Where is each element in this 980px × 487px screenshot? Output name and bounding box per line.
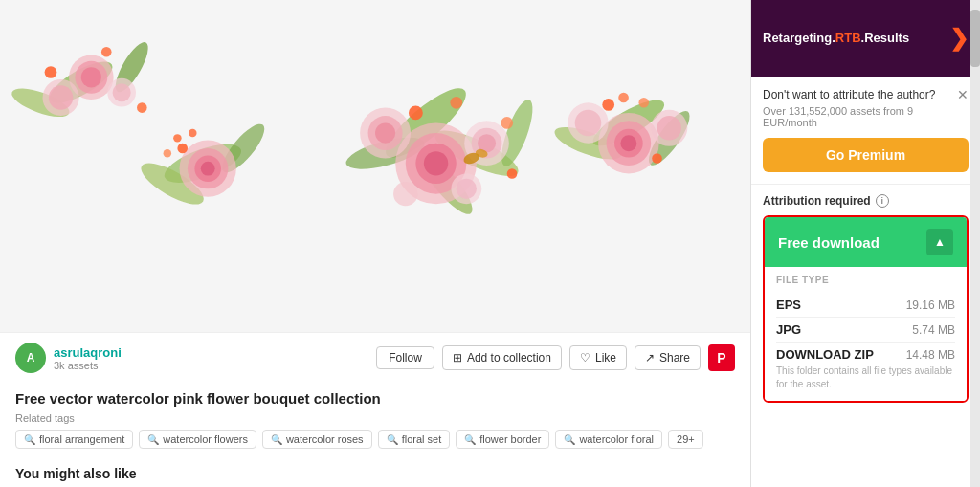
svg-point-22: [173, 134, 181, 142]
author-bar: A asrulaqroni 3k assets Follow ⊞ Add to …: [0, 332, 750, 383]
ad-banner[interactable]: Retargeting.RTB.Results ❯: [751, 0, 980, 77]
zip-name: DOWNLOAD ZIP: [776, 347, 874, 362]
zip-description: This folder contains all file types avai…: [776, 365, 955, 391]
svg-point-36: [375, 122, 395, 143]
svg-point-41: [457, 179, 477, 199]
search-icon: 🔍: [464, 434, 476, 445]
download-zip-label: DOWNLOAD ZIP 14.48 MB: [776, 347, 955, 362]
flower-svg: [0, 0, 750, 332]
content-info: Free vector watercolor pink flower bouqu…: [0, 383, 750, 462]
tag-floral-set[interactable]: 🔍 floral set: [378, 430, 451, 449]
content-title: Free vector watercolor pink flower bouqu…: [15, 390, 735, 407]
free-download-button[interactable]: Free download ▲: [765, 217, 967, 267]
search-icon: 🔍: [564, 434, 575, 445]
svg-point-42: [393, 182, 417, 206]
search-icon: 🔍: [387, 434, 398, 445]
zip-size: 14.48 MB: [906, 348, 955, 362]
main-content: A asrulaqroni 3k assets Follow ⊞ Add to …: [0, 0, 750, 487]
author-info: asrulaqroni 3k assets: [54, 345, 368, 371]
avatar: A: [15, 343, 46, 373]
scrollbar-thumb[interactable]: [970, 10, 980, 67]
file-name-eps: EPS: [776, 298, 801, 312]
download-section: Free download ▲ FILE TYPE EPS 19.16 MB J…: [763, 215, 969, 403]
tag-floral-arrangement[interactable]: 🔍 floral arrangement: [15, 430, 133, 449]
premium-title: Don't want to attribute the author?: [763, 88, 935, 101]
svg-point-11: [45, 66, 57, 78]
tag-watercolor-floral[interactable]: 🔍 watercolor floral: [555, 430, 662, 449]
attribution-label: Attribution required i: [763, 194, 969, 208]
share-icon: ↗: [645, 351, 655, 365]
author-assets: 3k assets: [54, 360, 368, 371]
tag-watercolor-roses[interactable]: 🔍 watercolor roses: [262, 430, 372, 449]
flower-canvas: [0, 0, 750, 332]
svg-point-13: [101, 47, 112, 57]
svg-point-61: [618, 93, 629, 103]
add-to-collection-button[interactable]: ⊞ Add to collection: [442, 345, 562, 370]
heart-icon: ♡: [580, 351, 590, 365]
search-icon: 🔍: [271, 434, 282, 445]
svg-point-33: [424, 151, 448, 175]
like-button[interactable]: ♡ Like: [569, 345, 627, 370]
svg-point-12: [137, 102, 147, 113]
svg-point-57: [575, 110, 602, 137]
dropdown-arrow-icon: ▲: [926, 229, 953, 255]
svg-point-44: [450, 97, 462, 109]
you-might-like-heading: You might also like: [0, 462, 750, 487]
svg-point-62: [638, 98, 649, 108]
svg-point-55: [620, 135, 636, 151]
related-tags-label: Related tags: [15, 412, 735, 424]
svg-point-21: [177, 144, 188, 154]
file-name-jpg: JPG: [776, 322, 801, 337]
svg-point-24: [164, 149, 171, 157]
svg-point-46: [507, 168, 518, 179]
search-icon: 🔍: [24, 434, 35, 445]
premium-subtitle: Over 131,552,000 assets from 9 EUR/month: [763, 105, 969, 128]
svg-point-10: [113, 83, 131, 101]
follow-button[interactable]: Follow: [376, 346, 434, 369]
search-icon: 🔍: [147, 434, 159, 445]
author-name[interactable]: asrulaqroni: [54, 345, 368, 360]
file-row-jpg[interactable]: JPG 5.74 MB: [776, 318, 955, 342]
ad-arrow-icon: ❯: [949, 25, 969, 52]
svg-point-20: [201, 162, 215, 176]
tags-count-badge[interactable]: 29+: [668, 430, 703, 449]
svg-point-8: [49, 85, 73, 109]
file-type-header: FILE TYPE: [776, 275, 955, 285]
tag-watercolor-flowers[interactable]: 🔍 watercolor flowers: [139, 430, 256, 449]
tag-flower-border[interactable]: 🔍 flower border: [456, 430, 549, 449]
premium-section: Don't want to attribute the author? ✕ Ov…: [751, 77, 980, 185]
file-list: FILE TYPE EPS 19.16 MB JPG 5.74 MB DOWNL…: [765, 267, 967, 401]
image-preview: [0, 0, 750, 332]
svg-point-43: [409, 105, 423, 120]
share-button[interactable]: ↗ Share: [635, 345, 701, 370]
tags-row: 🔍 floral arrangement 🔍 watercolor flower…: [15, 430, 735, 449]
svg-point-60: [602, 99, 614, 111]
file-size-eps: 19.16 MB: [906, 299, 955, 312]
svg-point-59: [657, 116, 681, 140]
close-button[interactable]: ✕: [957, 88, 969, 101]
collection-icon: ⊞: [453, 351, 462, 365]
svg-point-45: [501, 117, 513, 129]
file-size-jpg: 5.74 MB: [912, 323, 955, 337]
svg-point-6: [81, 67, 101, 87]
file-row-eps[interactable]: EPS 19.16 MB: [776, 293, 955, 317]
action-buttons: ⊞ Add to collection ♡ Like ↗ Share P: [442, 344, 735, 371]
ad-text: Retargeting.RTB.Results: [763, 30, 909, 47]
svg-point-23: [189, 129, 196, 137]
pinterest-button[interactable]: P: [708, 344, 735, 371]
attribution-section: Attribution required i: [751, 185, 980, 215]
download-zip-row[interactable]: DOWNLOAD ZIP 14.48 MB This folder contai…: [776, 343, 955, 393]
sidebar: Retargeting.RTB.Results ❯ Don't want to …: [750, 0, 980, 487]
go-premium-button[interactable]: Go Premium: [763, 138, 969, 172]
premium-header: Don't want to attribute the author? ✕: [763, 88, 969, 101]
scrollbar[interactable]: [970, 0, 980, 487]
svg-point-63: [652, 153, 662, 164]
info-icon: i: [876, 194, 889, 208]
